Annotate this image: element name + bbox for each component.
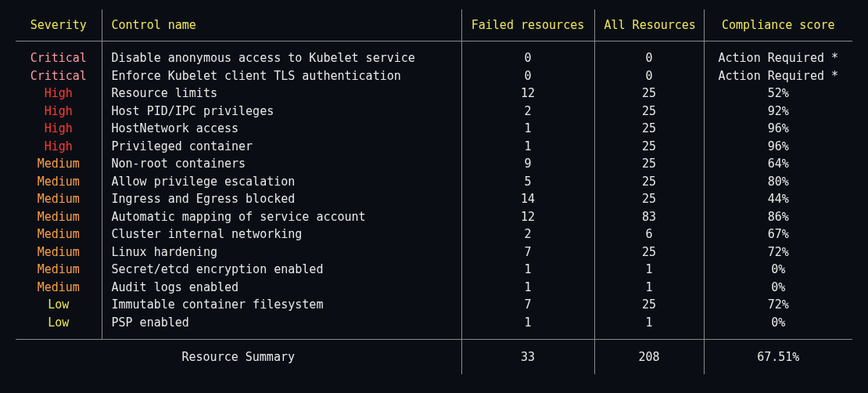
compliance-cell: 86% — [704, 208, 852, 226]
table-row: MediumIngress and Egress blocked142544% — [16, 190, 852, 208]
all-cell: 25 — [594, 243, 704, 261]
table-row: HighResource limits122552% — [16, 85, 852, 103]
header-compliance: Compliance score — [704, 9, 852, 41]
failed-cell: 14 — [461, 190, 594, 208]
table-row: MediumAllow privilege escalation52580% — [16, 173, 852, 191]
table-row: MediumLinux hardening72572% — [16, 243, 852, 261]
control-cell: Cluster internal networking — [102, 225, 461, 243]
failed-cell: 12 — [461, 85, 594, 103]
compliance-cell: Action Required * — [704, 67, 852, 85]
table-row: MediumSecret/etcd encryption enabled110% — [16, 261, 852, 279]
compliance-cell: 0% — [704, 261, 852, 279]
failed-cell: 12 — [461, 208, 594, 226]
severity-cell: High — [16, 103, 102, 121]
control-cell: Allow privilege escalation — [102, 173, 461, 191]
failed-cell: 7 — [461, 243, 594, 261]
failed-cell: 7 — [461, 296, 594, 314]
all-cell: 6 — [594, 225, 704, 243]
failed-cell: 0 — [461, 67, 594, 85]
compliance-cell: 52% — [704, 85, 852, 103]
all-cell: 25 — [594, 138, 704, 156]
compliance-cell: 67% — [704, 225, 852, 243]
failed-cell: 1 — [461, 279, 594, 297]
all-cell: 25 — [594, 190, 704, 208]
severity-cell: Medium — [16, 208, 102, 226]
severity-cell: High — [16, 85, 102, 103]
control-cell: Secret/etcd encryption enabled — [102, 261, 461, 279]
control-cell: Audit logs enabled — [102, 279, 461, 297]
table-row: CriticalDisable anonymous access to Kube… — [16, 41, 852, 67]
all-cell: 25 — [594, 85, 704, 103]
summary-compliance: 67.51% — [704, 340, 852, 375]
summary-failed: 33 — [461, 340, 594, 375]
compliance-cell: 72% — [704, 243, 852, 261]
failed-cell: 2 — [461, 225, 594, 243]
compliance-report: Severity Control name Failed resources A… — [0, 0, 868, 379]
table-row: LowImmutable container filesystem72572% — [16, 296, 852, 314]
control-cell: Linux hardening — [102, 243, 461, 261]
all-cell: 1 — [594, 261, 704, 279]
table-row: CriticalEnforce Kubelet client TLS authe… — [16, 67, 852, 85]
compliance-cell: 72% — [704, 296, 852, 314]
compliance-cell: 64% — [704, 155, 852, 173]
compliance-cell: 92% — [704, 103, 852, 121]
control-cell: Privileged container — [102, 138, 461, 156]
summary-label: Resource Summary — [16, 340, 461, 375]
control-cell: Automatic mapping of service account — [102, 208, 461, 226]
control-cell: Disable anonymous access to Kubelet serv… — [102, 41, 461, 67]
severity-cell: High — [16, 120, 102, 138]
table-row: MediumNon-root containers92564% — [16, 155, 852, 173]
compliance-cell: 44% — [704, 190, 852, 208]
control-cell: Ingress and Egress blocked — [102, 190, 461, 208]
compliance-table: Severity Control name Failed resources A… — [16, 9, 852, 374]
severity-cell: Medium — [16, 243, 102, 261]
severity-cell: Medium — [16, 173, 102, 191]
severity-cell: Medium — [16, 279, 102, 297]
severity-cell: Low — [16, 296, 102, 314]
summary-all: 208 — [594, 340, 704, 375]
table-row: MediumAudit logs enabled110% — [16, 279, 852, 297]
control-cell: Immutable container filesystem — [102, 296, 461, 314]
control-cell: Enforce Kubelet client TLS authenticatio… — [102, 67, 461, 85]
header-control-name: Control name — [102, 9, 461, 41]
compliance-cell: 0% — [704, 314, 852, 340]
all-cell: 1 — [594, 279, 704, 297]
header-all: All Resources — [594, 9, 704, 41]
compliance-cell: Action Required * — [704, 41, 852, 67]
severity-cell: Critical — [16, 67, 102, 85]
all-cell: 83 — [594, 208, 704, 226]
summary-row: Resource Summary 33 208 67.51% — [16, 340, 852, 375]
table-body: CriticalDisable anonymous access to Kube… — [16, 41, 852, 340]
severity-cell: Low — [16, 314, 102, 340]
table-row: MediumCluster internal networking2667% — [16, 225, 852, 243]
control-cell: HostNetwork access — [102, 120, 461, 138]
control-cell: Host PID/IPC privileges — [102, 103, 461, 121]
header-failed: Failed resources — [461, 9, 594, 41]
failed-cell: 0 — [461, 41, 594, 67]
table-row: HighHost PID/IPC privileges22592% — [16, 103, 852, 121]
severity-cell: Medium — [16, 190, 102, 208]
all-cell: 0 — [594, 41, 704, 67]
failed-cell: 1 — [461, 261, 594, 279]
control-cell: PSP enabled — [102, 314, 461, 340]
failed-cell: 1 — [461, 138, 594, 156]
control-cell: Resource limits — [102, 85, 461, 103]
severity-cell: Medium — [16, 155, 102, 173]
failed-cell: 2 — [461, 103, 594, 121]
failed-cell: 9 — [461, 155, 594, 173]
compliance-cell: 96% — [704, 120, 852, 138]
compliance-cell: 96% — [704, 138, 852, 156]
all-cell: 0 — [594, 67, 704, 85]
table-row: LowPSP enabled110% — [16, 314, 852, 340]
header-severity: Severity — [16, 9, 102, 41]
severity-cell: Critical — [16, 41, 102, 67]
all-cell: 25 — [594, 103, 704, 121]
all-cell: 1 — [594, 314, 704, 340]
table-row: HighHostNetwork access12596% — [16, 120, 852, 138]
severity-cell: Medium — [16, 225, 102, 243]
all-cell: 25 — [594, 296, 704, 314]
compliance-cell: 80% — [704, 173, 852, 191]
failed-cell: 5 — [461, 173, 594, 191]
control-cell: Non-root containers — [102, 155, 461, 173]
severity-cell: High — [16, 138, 102, 156]
